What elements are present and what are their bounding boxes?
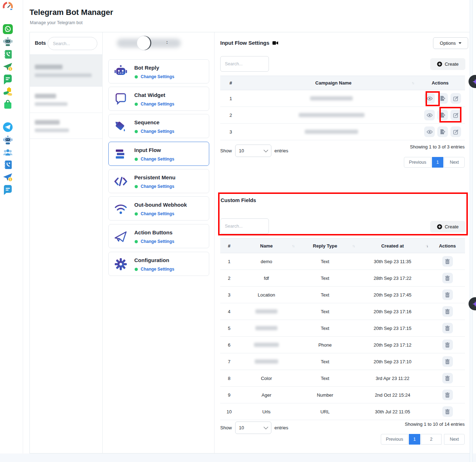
status-dot — [135, 75, 138, 78]
sort-desc-icon[interactable]: ↑↓ — [426, 244, 428, 248]
custom-fields-create-button[interactable]: Create — [430, 221, 465, 233]
settings-card-sequence[interactable]: Sequence Change Settings — [108, 114, 209, 138]
action-buttons-icon — [114, 229, 128, 244]
settings-card-persistent-menu[interactable]: Persistent Menu Change Settings — [108, 169, 209, 193]
col-header-index[interactable]: # — [220, 80, 251, 86]
sort-icon[interactable]: ↑↓ — [292, 244, 294, 248]
bot-list-item[interactable] — [30, 113, 103, 139]
entries-label: entries — [275, 148, 288, 153]
change-settings-link[interactable]: Change Settings — [141, 184, 174, 189]
settings-card-outbound-webhook[interactable]: Out-bound Webhook Change Settings — [108, 196, 209, 221]
change-settings-link[interactable]: Change Settings — [141, 211, 174, 216]
shop-icon[interactable] — [2, 99, 13, 110]
edit-button[interactable] — [450, 110, 461, 120]
table-row: 2 fdf Text 28th Sep 23 17:22 — [220, 270, 465, 287]
created-at: 20th Sep 23 17:12 — [355, 342, 430, 348]
input-flow-search-input[interactable] — [220, 56, 269, 72]
bot-blue-icon[interactable] — [2, 135, 13, 145]
delete-button[interactable] — [442, 356, 453, 367]
export-button[interactable] — [437, 93, 448, 104]
view-button[interactable] — [424, 126, 435, 137]
change-settings-link[interactable]: Change Settings — [141, 74, 174, 79]
delete-button[interactable] — [442, 323, 453, 333]
change-settings-link[interactable]: Change Settings — [141, 129, 174, 134]
col-header-name[interactable]: Name ↑↓ — [238, 243, 295, 249]
change-settings-link[interactable]: Change Settings — [141, 267, 174, 272]
view-button[interactable] — [424, 110, 435, 120]
chat-green-icon[interactable] — [2, 74, 13, 85]
selected-bot-header: : — [103, 35, 215, 53]
delete-button[interactable] — [442, 289, 453, 300]
delete-button[interactable] — [442, 306, 453, 317]
dashboard-icon[interactable] — [2, 1, 13, 12]
created-at: 30th Jul 22 11:05 — [355, 409, 430, 414]
view-button[interactable] — [424, 93, 435, 104]
eye-icon — [427, 130, 433, 134]
bot-green-icon[interactable] — [2, 36, 13, 47]
options-button[interactable]: Options — [433, 37, 468, 49]
reply-type: Text — [295, 309, 355, 314]
custom-fields-search-input[interactable] — [220, 218, 269, 234]
settings-card-input-flow[interactable]: Input Flow Change Settings — [108, 142, 209, 166]
table-row: 8 Color Text 3rd Apr 23 11:22 — [220, 370, 465, 387]
telegram-icon[interactable] — [2, 122, 13, 132]
edit-button[interactable] — [450, 126, 461, 137]
broadcast-blue-icon[interactable]: 1 — [2, 172, 13, 183]
webhook-icon — [114, 202, 128, 216]
sort-icon[interactable]: ↑↓ — [352, 244, 355, 248]
col-header-campaign[interactable]: Campaign Name ↑↓ — [251, 80, 415, 86]
show-label: Show — [220, 425, 232, 430]
trash-icon — [445, 309, 450, 314]
input-flow-create-button[interactable]: Create — [430, 58, 465, 70]
export-button[interactable] — [437, 126, 448, 137]
next-page-button[interactable]: Next — [444, 434, 465, 445]
status-dot — [135, 185, 138, 188]
contacts-blue-icon[interactable] — [2, 159, 13, 170]
input-flow-table: # Campaign Name ↑↓ Actions 1 2 — [220, 76, 465, 140]
delete-button[interactable] — [442, 406, 453, 417]
export-button[interactable] — [437, 110, 448, 120]
previous-page-button[interactable]: Previous — [381, 434, 408, 445]
change-settings-link[interactable]: Change Settings — [141, 157, 174, 162]
page-size-select[interactable]: 10 — [235, 145, 271, 157]
chevron-down-icon — [264, 425, 268, 429]
settings-card-chat-widget[interactable]: Chat Widget Change Settings — [108, 87, 209, 111]
whatsapp-icon[interactable] — [2, 24, 13, 34]
change-settings-link[interactable]: Change Settings — [141, 102, 174, 107]
delete-button[interactable] — [442, 373, 453, 384]
bot-list-item[interactable] — [30, 87, 103, 113]
settings-card-configuration[interactable]: Configuration Change Settings — [108, 252, 209, 276]
edit-button[interactable] — [450, 93, 461, 104]
col-header-created-at[interactable]: Created at ↑↓ — [355, 243, 430, 249]
delete-button[interactable] — [442, 256, 453, 267]
chat-blue-icon[interactable] — [2, 185, 13, 195]
contacts-green-icon[interactable] — [2, 49, 13, 60]
delete-button[interactable] — [442, 339, 453, 350]
bot-list-item[interactable] — [30, 54, 103, 87]
bots-label: Bots — [35, 40, 46, 46]
next-page-button[interactable]: Next — [444, 157, 465, 168]
settings-card-action-buttons[interactable]: Action Buttons Change Settings — [108, 224, 209, 248]
team-icon[interactable] — [2, 147, 13, 158]
integrations-icon[interactable] — [2, 87, 13, 97]
field-name: fdf — [238, 276, 295, 281]
col-header-index[interactable]: # — [220, 243, 238, 249]
page-size-control: Show 10 entries — [220, 145, 288, 157]
page-2-button[interactable]: 2 — [421, 434, 442, 445]
col-header-reply-type[interactable]: Reply Type ↑↓ — [295, 243, 355, 249]
change-settings-link[interactable]: Change Settings — [141, 239, 174, 244]
page-1-button[interactable]: 1 — [432, 157, 443, 168]
broadcast-green-icon[interactable]: 1 — [2, 61, 13, 72]
sort-icon[interactable]: ↑↓ — [412, 81, 414, 85]
page-1-button[interactable]: 1 — [409, 434, 420, 445]
bots-search-input[interactable] — [48, 37, 97, 50]
scrollbar[interactable] — [470, 0, 473, 462]
delete-button[interactable] — [442, 273, 453, 283]
row-index: 2 — [220, 113, 251, 118]
previous-page-button[interactable]: Previous — [404, 157, 431, 168]
page-size-select[interactable]: 10 — [235, 422, 271, 434]
settings-card-bot-reply[interactable]: Bot Reply Change Settings — [108, 59, 209, 83]
field-name: Location — [238, 292, 295, 298]
reply-type: Text — [295, 292, 355, 298]
delete-button[interactable] — [442, 390, 453, 400]
